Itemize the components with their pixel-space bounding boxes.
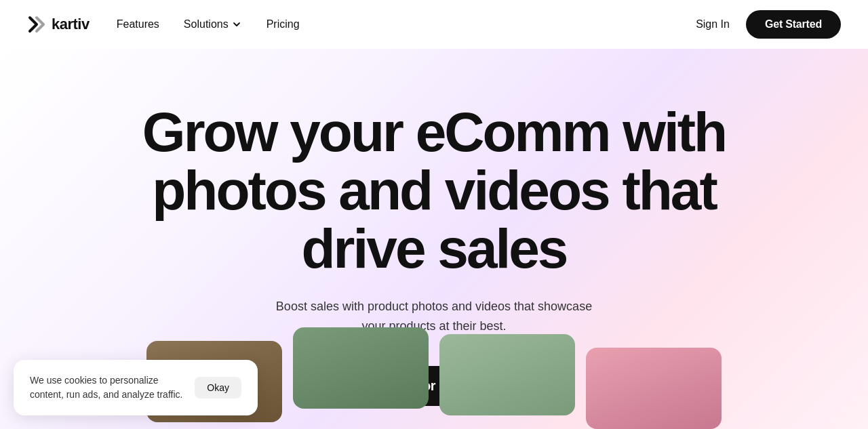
- hero-title: Grow your eComm with photos and videos t…: [142, 103, 726, 278]
- hero-title-line2: photos and videos that: [152, 159, 715, 221]
- cookie-okay-button[interactable]: Okay: [195, 377, 241, 399]
- get-started-button[interactable]: Get Started: [746, 10, 841, 39]
- logo[interactable]: kartiv: [27, 15, 90, 34]
- preview-card-3: [439, 334, 575, 415]
- sign-in-link[interactable]: Sign In: [696, 18, 730, 30]
- nav-link-pricing[interactable]: Pricing: [267, 18, 300, 30]
- nav-item-solutions[interactable]: Solutions: [184, 18, 242, 30]
- navbar-left: kartiv Features Solutions Pricing: [27, 15, 300, 34]
- navbar: kartiv Features Solutions Pricing Sign I…: [0, 0, 868, 49]
- preview-card-4: [586, 348, 722, 429]
- nav-link-features[interactable]: Features: [117, 18, 159, 30]
- chevron-down-icon: [231, 19, 242, 30]
- nav-item-features[interactable]: Features: [117, 18, 159, 30]
- nav-item-pricing[interactable]: Pricing: [267, 18, 300, 30]
- nav-link-solutions[interactable]: Solutions: [184, 18, 229, 30]
- cookie-banner: We use cookies to personalize content, r…: [14, 360, 258, 415]
- logo-icon: [27, 15, 46, 34]
- navbar-right: Sign In Get Started: [696, 10, 841, 39]
- hero-title-line3: drive sales: [302, 218, 567, 279]
- logo-text: kartiv: [52, 16, 90, 33]
- cookie-text: We use cookies to personalize content, r…: [30, 373, 184, 402]
- hero-title-line1: Grow your eComm with: [142, 101, 726, 163]
- nav-solutions-toggle[interactable]: Solutions: [184, 18, 242, 30]
- nav-links: Features Solutions Pricing: [117, 18, 300, 30]
- preview-card-2: [293, 327, 429, 409]
